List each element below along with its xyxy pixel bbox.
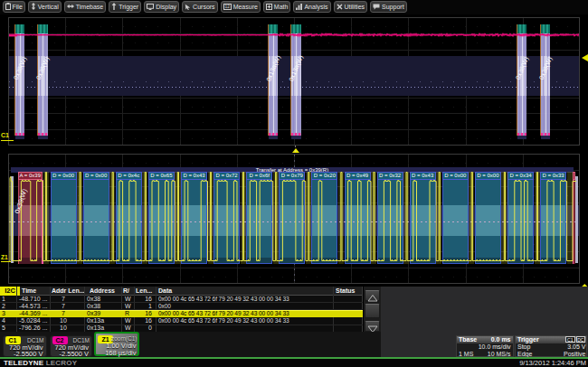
svg-text:12: 12 xyxy=(224,5,230,9)
